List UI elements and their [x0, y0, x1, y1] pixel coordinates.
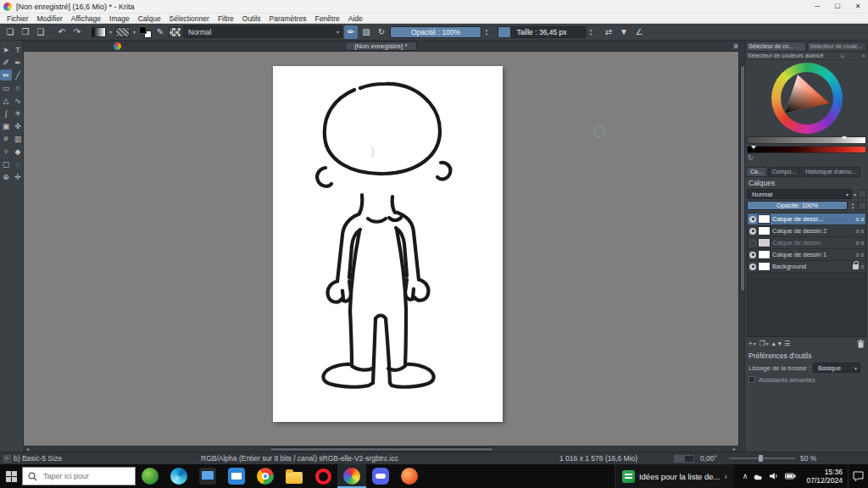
- notification-button[interactable]: Idées pour la liste de... ›: [615, 464, 734, 488]
- redo-button[interactable]: ↷: [70, 25, 84, 39]
- move-layer-down-button[interactable]: ▾: [778, 340, 782, 348]
- menu-item-fenetre[interactable]: Fenêtre: [310, 14, 343, 24]
- tab-compositions[interactable]: Compo...: [768, 167, 800, 177]
- zoom-level-text[interactable]: 50 %: [800, 452, 816, 464]
- menu-item-calque[interactable]: Calque: [134, 14, 165, 24]
- alpha-lock-icon[interactable]: α: [860, 252, 864, 258]
- taskbar-app-edge[interactable]: [164, 464, 193, 488]
- start-button[interactable]: [0, 464, 22, 488]
- color-sampler-tool[interactable]: ✧: [0, 146, 12, 157]
- ellipse-select-tool[interactable]: ◌: [12, 158, 24, 169]
- vertical-scrollbar[interactable]: [738, 41, 744, 452]
- polygon-tool[interactable]: △: [0, 95, 12, 106]
- brush-size-slider[interactable]: Taille : 36,45 px: [498, 26, 586, 38]
- vertical-scroll-thumb[interactable]: [740, 65, 744, 291]
- ellipse-tool[interactable]: ○: [12, 82, 24, 93]
- zoom-slider[interactable]: [729, 458, 795, 459]
- taskbar-app-mail[interactable]: [222, 464, 251, 488]
- menu-item-filtre[interactable]: Filtre: [214, 14, 238, 24]
- tab-historique[interactable]: Historique d'annu...: [801, 167, 860, 177]
- taskbar-app-green[interactable]: [136, 464, 164, 488]
- duplicate-layer-button[interactable]: ❐▾: [760, 340, 770, 348]
- layer-visibility-toggle[interactable]: [749, 216, 756, 223]
- taskbar-app-orange[interactable]: [395, 464, 424, 488]
- taskbar-app-krita[interactable]: [337, 464, 366, 488]
- taskbar-search[interactable]: [22, 467, 136, 485]
- minimize-button[interactable]: ─: [807, 0, 827, 13]
- color-wheel[interactable]: [771, 63, 843, 134]
- alpha-lock-icon[interactable]: α: [860, 228, 864, 234]
- calligraphy-tool[interactable]: ✒: [12, 57, 24, 68]
- move-layer-up-button[interactable]: ▴: [772, 340, 776, 348]
- layer-visibility-toggle[interactable]: [749, 252, 756, 258]
- layer-row[interactable]: Calque de dessi... a α: [748, 214, 865, 225]
- zoom-slider-thumb[interactable]: [759, 455, 763, 462]
- inherit-alpha-icon[interactable]: a: [856, 252, 860, 258]
- volume-icon[interactable]: [770, 472, 779, 480]
- layer-properties-button[interactable]: ☰: [784, 340, 790, 348]
- spin-down-icon[interactable]: ▾: [849, 206, 856, 210]
- new-document-button[interactable]: ❏: [3, 25, 17, 39]
- pan-tool[interactable]: ✛: [12, 171, 24, 182]
- brush-preset-selector[interactable]: b) Basic-5 Size: [3, 452, 62, 464]
- add-layer-button[interactable]: +▾: [748, 340, 757, 348]
- inherit-alpha-icon[interactable]: a: [856, 216, 860, 222]
- gradient-tool[interactable]: ▥: [12, 133, 24, 144]
- horizontal-scroll-track[interactable]: [31, 447, 731, 452]
- layer-grid-icon[interactable]: [858, 202, 866, 210]
- edit-brush-settings-button[interactable]: ✎: [153, 25, 167, 39]
- grayscale-gradient-strip[interactable]: [747, 136, 866, 144]
- hue-gradient-strip[interactable]: [747, 146, 866, 153]
- blend-mode-combo[interactable]: Normal ▾: [183, 25, 342, 38]
- bezier-curve-tool[interactable]: ∫: [0, 108, 12, 119]
- taskbar-app-monitor[interactable]: [193, 464, 222, 488]
- layer-row[interactable]: Calque de dessin 1 a α: [748, 249, 865, 261]
- layer-options-icon[interactable]: [858, 190, 866, 198]
- layer-blend-mode-combo[interactable]: Normal ▾: [747, 189, 852, 199]
- maximize-button[interactable]: ☐: [827, 0, 848, 13]
- menu-item-outils[interactable]: Outils: [238, 14, 265, 24]
- layer-visibility-toggle[interactable]: [749, 263, 756, 270]
- menu-item-fichier[interactable]: Fichier: [3, 14, 33, 24]
- layer-lock-icon[interactable]: [853, 264, 859, 269]
- brush-smoothing-combo[interactable]: Basique ▾: [813, 363, 860, 373]
- alpha-lock-icon[interactable]: α: [860, 240, 864, 246]
- undo-button[interactable]: ↶: [55, 25, 69, 39]
- pattern-chooser-arrow-icon[interactable]: ▾: [131, 29, 137, 35]
- opacity-slider[interactable]: Opacité : 100%: [390, 26, 481, 38]
- fill-tool[interactable]: ◆: [12, 146, 24, 157]
- shape-select-tool[interactable]: ➤: [0, 44, 12, 55]
- taskbar-app-discord[interactable]: [366, 464, 395, 488]
- multibrush-tool[interactable]: ✳: [12, 108, 24, 119]
- tab-color-selector-2[interactable]: Sélecteur de coule...: [807, 42, 867, 52]
- gradient-marker[interactable]: [842, 136, 847, 140]
- canvas-area[interactable]: [Non enregistré] * ✕: [24, 41, 744, 452]
- brush-presets-button[interactable]: [169, 27, 181, 37]
- close-button[interactable]: ✕: [848, 0, 868, 13]
- menu-item-image[interactable]: Image: [105, 14, 134, 24]
- taskbar-app-explorer[interactable]: [280, 464, 309, 488]
- polyline-tool[interactable]: ∿: [12, 95, 24, 106]
- taskbar-clock[interactable]: 15:36 07/12/2024: [801, 468, 848, 485]
- menu-item-modifier[interactable]: Modifier: [33, 14, 67, 24]
- gradient-toggle[interactable]: ▨: [359, 25, 373, 39]
- reload-preset-button[interactable]: ↻: [375, 25, 388, 39]
- zoom-tool[interactable]: ⊕: [0, 171, 12, 182]
- rect-select-tool[interactable]: ▢: [0, 158, 12, 169]
- tab-color-selector[interactable]: Sélecteur de co...: [746, 42, 806, 52]
- open-button[interactable]: ❐: [19, 25, 32, 39]
- layer-row[interactable]: Calque de dessin 2 a α: [748, 225, 865, 237]
- pattern-chooser[interactable]: [115, 27, 130, 37]
- gradient-marker[interactable]: [751, 146, 756, 149]
- delete-layer-button[interactable]: [857, 340, 865, 348]
- layer-visibility-toggle[interactable]: [749, 228, 756, 235]
- inherit-alpha-icon[interactable]: a: [856, 240, 860, 246]
- move-tool[interactable]: ✜: [12, 120, 24, 131]
- action-center-button[interactable]: [848, 464, 868, 488]
- line-tool[interactable]: ╱: [12, 69, 24, 80]
- layer-filter-icon[interactable]: ▾: [854, 191, 856, 197]
- gradient-chooser-arrow-icon[interactable]: ▾: [108, 29, 114, 35]
- save-button[interactable]: ❑: [34, 25, 47, 39]
- taskbar-app-chrome[interactable]: [251, 464, 280, 488]
- gradient-chooser[interactable]: [92, 27, 106, 37]
